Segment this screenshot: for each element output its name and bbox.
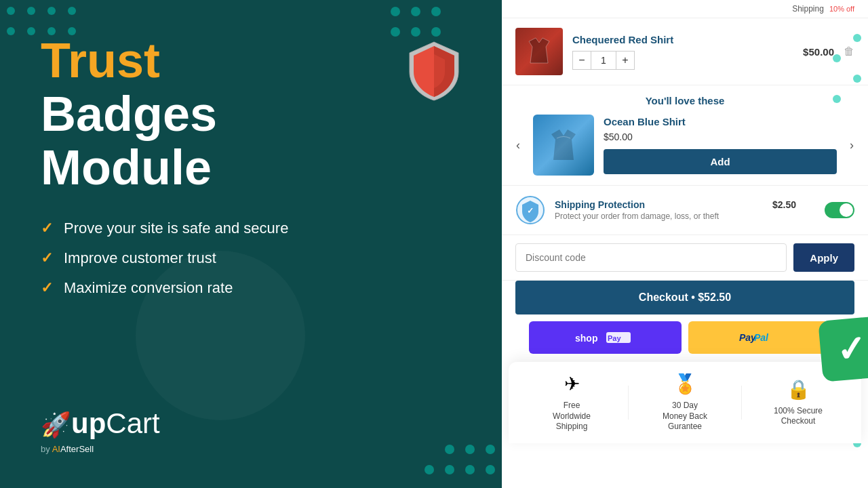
- rocket-icon: 🚀: [41, 413, 71, 437]
- upsell-product-price: $50.00: [604, 131, 837, 142]
- protection-description: Protect your order from damage, loss, or…: [555, 211, 796, 221]
- svg-text:shop: shop: [575, 333, 597, 344]
- shield-icon: [407, 41, 461, 102]
- upsell-product-image: [533, 115, 594, 176]
- svg-text:Pal: Pal: [754, 332, 769, 343]
- protection-title: Shipping Protection: [555, 199, 645, 210]
- payment-buttons: shop Pay Pay Pal: [515, 321, 854, 362]
- dot: [833, 95, 841, 103]
- shopify-pay-button[interactable]: shop Pay: [529, 321, 682, 354]
- shipping-label: Shipping: [792, 4, 824, 14]
- dot: [465, 445, 475, 454]
- protection-icon: ✓: [515, 195, 545, 225]
- dot: [853, 34, 861, 42]
- dot: [486, 465, 495, 474]
- dot: [47, 7, 56, 15]
- svg-text:Pay: Pay: [608, 334, 621, 342]
- check-icon-2: ✓: [41, 249, 53, 267]
- red-shirt-image: [515, 28, 563, 75]
- cart-area: Shipping 10% off Chequered Red Shirt: [502, 0, 868, 488]
- right-panel-wrapper: Shipping 10% off Chequered Red Shirt: [502, 0, 868, 488]
- dot: [391, 7, 400, 16]
- check-icon-1: ✓: [41, 220, 53, 237]
- page-title-module: Module: [41, 141, 461, 195]
- quantity-value: 1: [591, 51, 616, 70]
- protection-toggle[interactable]: [825, 202, 854, 218]
- feature-text-1: Prove your site is safe and secure: [64, 220, 288, 237]
- apply-discount-button[interactable]: Apply: [793, 243, 854, 272]
- quantity-increase-button[interactable]: +: [616, 51, 635, 70]
- medal-icon: 🏅: [673, 373, 697, 395]
- cart-item: Chequered Red Shirt − 1 + $50.00 🗑: [502, 18, 868, 85]
- green-check-decoration: [818, 316, 868, 382]
- blue-shirt-image: [533, 115, 594, 176]
- plane-icon: ✈: [564, 373, 580, 395]
- dot: [411, 7, 420, 16]
- upsell-carousel: ‹ Ocean Blue Shirt $: [502, 115, 868, 176]
- quantity-controls: − 1 +: [572, 51, 793, 70]
- cart-item-name: Chequered Red Shirt: [572, 34, 793, 45]
- protection-info: Shipping Protection $2.50 Protect your o…: [555, 199, 796, 221]
- carousel-prev-button[interactable]: ‹: [509, 136, 528, 155]
- upsell-product-info: Ocean Blue Shirt $50.00 Add: [604, 116, 837, 174]
- checkout-button[interactable]: Checkout • $52.50: [515, 281, 854, 314]
- dot: [465, 465, 475, 474]
- right-panel: Shipping 10% off Chequered Red Shirt: [502, 0, 868, 488]
- badge-moneyback-text: 30 DayMoney BackGurantee: [663, 401, 707, 432]
- dot: [431, 7, 441, 16]
- badge-secure-text: 100% SecureCheckout: [774, 406, 823, 427]
- quantity-decrease-button[interactable]: −: [572, 51, 591, 70]
- delete-item-button[interactable]: 🗑: [844, 45, 854, 58]
- circle-decoration: [136, 251, 305, 420]
- upsell-product-name: Ocean Blue Shirt: [604, 116, 837, 127]
- feature-item-1: ✓ Prove your site is safe and secure: [41, 220, 461, 237]
- logo-by-text: by: [41, 444, 50, 454]
- logo-aftersell-text: AfterSell: [60, 444, 94, 454]
- badge-shipping-text: FreeWorldwideShipping: [553, 401, 591, 432]
- dot: [68, 7, 76, 15]
- upsell-section: You'll love these ‹: [502, 85, 868, 186]
- protection-price: $2.50: [772, 199, 796, 210]
- dot: [853, 75, 861, 83]
- lock-icon: 🔒: [787, 378, 810, 401]
- logo-cart: Cart: [106, 407, 159, 440]
- badge-secure-checkout: 🔒 100% SecureCheckout: [742, 378, 854, 427]
- left-panel: Trust Badges Module ✓ Prove your site is…: [0, 0, 502, 488]
- check-icon-3: ✓: [41, 279, 53, 297]
- dot: [486, 445, 495, 454]
- cart-item-price: $50.00: [803, 46, 834, 58]
- trust-badges: ✈ FreeWorldwideShipping 🏅 30 DayMoney Ba…: [509, 362, 861, 443]
- page-title-trust: Trust: [41, 34, 461, 87]
- upsell-add-button[interactable]: Add: [604, 149, 837, 174]
- badge-money-back: 🏅 30 DayMoney BackGurantee: [629, 373, 741, 432]
- checkout-area: Checkout • $52.50 shop Pay Pay Pal: [502, 281, 868, 362]
- product-image: [515, 28, 563, 75]
- cart-item-details: Chequered Red Shirt − 1 +: [572, 34, 793, 70]
- shipping-bar: Shipping 10% off: [502, 0, 868, 18]
- shipping-protection-section: ✓ Shipping Protection $2.50 Protect your…: [502, 186, 868, 235]
- badge-free-shipping: ✈ FreeWorldwideShipping: [515, 373, 628, 432]
- discount-badge: 10% off: [829, 5, 854, 13]
- upsell-product: Ocean Blue Shirt $50.00 Add: [533, 115, 837, 176]
- dot: [27, 27, 35, 35]
- logo-ai: AI: [52, 444, 60, 454]
- upsell-title: You'll love these: [502, 95, 868, 106]
- discount-section: Apply: [502, 235, 868, 281]
- logo-subtitle: by AIAfterSell: [41, 444, 461, 454]
- dot: [833, 54, 841, 62]
- paypal-button[interactable]: Pay Pal: [688, 321, 841, 354]
- dot: [27, 7, 35, 15]
- dot: [445, 465, 454, 474]
- page-title-badges: Badges: [41, 87, 461, 141]
- dot: [425, 465, 434, 474]
- logo-up: up: [71, 407, 106, 440]
- dot: [7, 7, 15, 15]
- dot: [7, 27, 15, 35]
- carousel-next-button[interactable]: ›: [842, 136, 861, 155]
- discount-code-input[interactable]: [515, 243, 787, 272]
- svg-text:✓: ✓: [527, 206, 534, 216]
